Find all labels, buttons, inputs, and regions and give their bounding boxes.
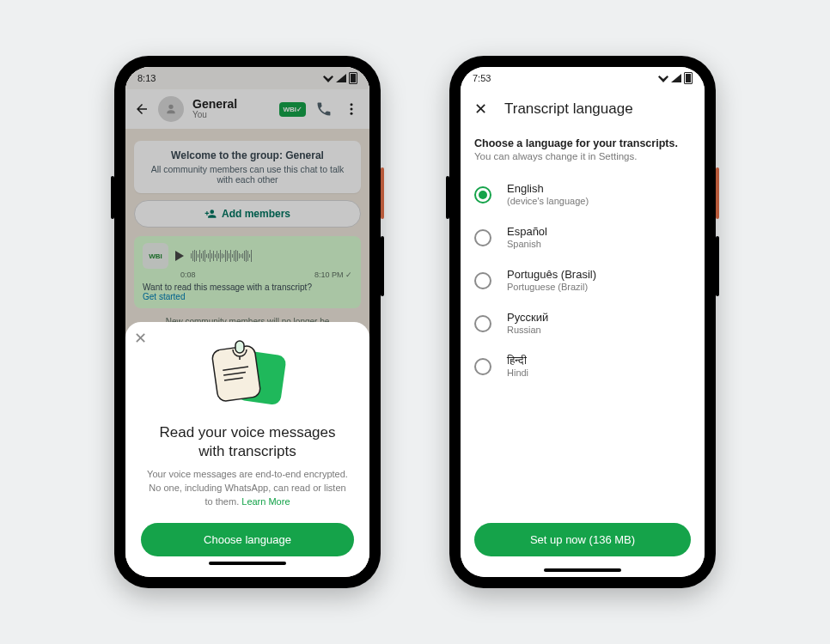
language-option[interactable]: हिन्दीHindi [474,345,691,388]
radio-icon[interactable] [474,186,491,204]
battery-icon [684,72,693,84]
page-header: ✕ Transcript language [461,89,705,129]
phone-right: 7:53 ✕ Transcript language Choose a lang… [449,56,716,588]
language-option[interactable]: РусскийRussian [474,302,691,345]
language-list: English(device's language)EspañolSpanish… [474,173,691,388]
language-name: Español [507,225,547,239]
choose-language-button[interactable]: Choose language [141,523,354,556]
language-name: हिन्दी [507,354,528,368]
svg-rect-8 [235,341,244,353]
home-indicator [209,562,286,565]
language-sub: Russian [507,325,548,337]
language-option[interactable]: Português (Brasil)Portuguese (Brazil) [474,259,691,302]
language-sub: Spanish [507,239,547,251]
learn-more-link[interactable]: Learn More [241,496,290,507]
language-sub: (device's language) [507,196,589,208]
radio-icon[interactable] [474,229,491,246]
sheet-title: Read your voice messages with transcript… [146,423,349,461]
language-name: Português (Brasil) [507,268,596,282]
language-sub: Portuguese (Brazil) [507,282,596,294]
language-option[interactable]: English(device's language) [474,173,691,216]
status-time: 7:53 [473,73,491,83]
language-heading: Choose a language for your transcripts. [474,137,691,149]
illustration [141,337,354,415]
language-sub: Hindi [507,368,528,380]
phone-left: 8:13 General You WBI✓ [114,56,381,588]
bottom-sheet: ✕ Read your voice messages with [125,322,369,577]
page-title: Transcript language [504,100,633,118]
wifi-icon [658,74,668,82]
close-icon[interactable]: ✕ [134,331,147,346]
radio-icon[interactable] [474,358,491,375]
radio-icon[interactable] [474,315,491,332]
close-icon[interactable]: ✕ [471,100,491,118]
language-name: English [507,182,589,196]
signal-icon [671,74,681,82]
radio-icon[interactable] [474,272,491,289]
language-option[interactable]: EspañolSpanish [474,216,691,259]
language-subheading: You can always change it in Settings. [474,151,691,161]
setup-button[interactable]: Set up now (136 MB) [474,523,691,556]
home-indicator [544,568,621,572]
language-name: Русский [507,311,548,325]
status-bar: 7:53 [461,67,705,89]
